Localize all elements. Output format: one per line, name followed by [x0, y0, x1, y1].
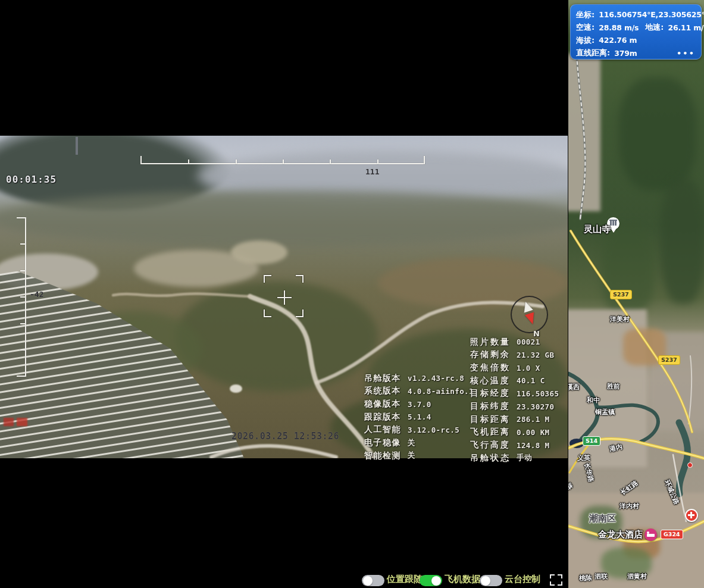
map-label-shengqian: 胜前 [607, 382, 620, 391]
map-label-hezhong: 和中 [587, 396, 600, 405]
red-dot-marker[interactable] [687, 462, 693, 468]
road-badge-s237-b: S237 [658, 355, 680, 365]
airspeed-label: 空速: [576, 22, 595, 33]
map-label-tongyuzhen: 铜盂镇 [595, 408, 615, 417]
toggle-aircraft-data[interactable] [420, 575, 442, 586]
road-badge-s14: S14 [583, 436, 600, 446]
road-badge-g324: G324 [661, 530, 683, 539]
road-badge-s237-a: S237 [610, 290, 632, 299]
map-label-yiying: 义英 [577, 453, 590, 462]
map-label-jinlong-hotel: 金龙大酒店 [598, 529, 643, 540]
map-label-laoxixi: 老溪西 [568, 383, 580, 392]
airspeed-value: 28.88 m/s [599, 23, 639, 32]
hotel-icon[interactable] [644, 528, 657, 541]
coordinate-row: 坐标: 116.506754°E,23.305625°N [576, 8, 696, 21]
map-roads-overlay [568, 0, 704, 588]
map-label-lingshan-temple: 灵山寺 [584, 224, 611, 235]
groundspeed-value: 26.11 m/s [668, 23, 704, 32]
roads-overlay [0, 136, 568, 458]
altitude-value: 422.76 m [599, 36, 637, 45]
telemetry-panel: 坐标: 116.506754°E,23.305625°N 空速: 28.88 m… [570, 4, 702, 60]
map-label-yangmeicun: 洋美村 [610, 315, 630, 324]
coordinate-value: 116.506754°E,23.305625°N [599, 10, 704, 19]
more-options-icon[interactable]: ••• [677, 49, 695, 58]
map-label-chaonan-district: 潮南区 [589, 513, 616, 524]
groundspeed-label: 地速: [645, 22, 664, 33]
line-distance-label: 直线距离: [576, 48, 610, 58]
toggle-gimbal-control[interactable] [480, 575, 502, 586]
toggle-gimbal-control-label: 云台控制 [505, 574, 540, 585]
speed-row: 空速: 28.88 m/s 地速: 26.11 m/s [576, 21, 696, 35]
map-label-sihuangcun: 泗黄村 [627, 572, 647, 581]
altitude-label: 海拔: [576, 35, 595, 46]
toggle-aircraft-data-label: 飞机数据 [445, 574, 480, 585]
toggle-position-follow-label: 位置跟随 [387, 574, 423, 585]
map-label-taochen: 桃陈 [579, 574, 592, 583]
video-feed[interactable] [0, 136, 568, 458]
ground-station-app: 00:01:35 111 -42 [0, 0, 704, 588]
hospital-icon[interactable] [685, 509, 698, 522]
map-label-silian: 泗联 [595, 572, 608, 581]
altitude-row: 海拔: 422.76 m [576, 34, 696, 47]
toggle-position-follow[interactable] [362, 575, 384, 586]
fullscreen-icon[interactable] [550, 574, 562, 586]
coordinate-label: 坐标: [576, 10, 595, 20]
map-panel[interactable]: S237 S237 S14 G324 灵山寺 洋美村 老溪西 胜前 和中 铜盂镇… [568, 0, 704, 588]
line-distance-value: 379m [614, 49, 637, 58]
map-label-yangneicun: 洋内村 [619, 502, 639, 511]
